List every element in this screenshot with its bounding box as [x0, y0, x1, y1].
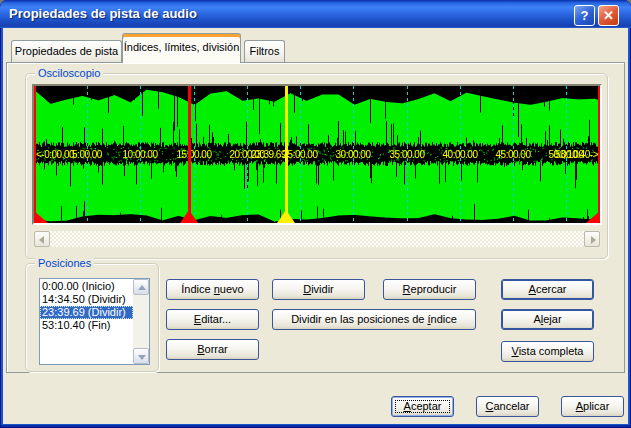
position-marker-line[interactable] [188, 86, 191, 223]
time-scale-label: 53:10.40-> [555, 149, 598, 160]
time-scale-label: 30:00.00 [336, 149, 371, 160]
new-index-button[interactable]: Índice nuevo [166, 279, 259, 300]
position-marker-flag[interactable] [34, 211, 48, 223]
listbox-scrollbar[interactable] [133, 279, 149, 364]
tab-filters[interactable]: Filtros [244, 40, 285, 62]
position-marker-flag[interactable] [277, 210, 295, 223]
play-button[interactable]: Reproducir [383, 279, 476, 300]
divide-button[interactable]: Dividir [272, 279, 365, 300]
scrollbar-track[interactable] [50, 231, 584, 247]
ok-button[interactable]: Aceptar [391, 396, 454, 417]
scroll-left-button[interactable] [34, 231, 50, 247]
position-marker-line[interactable] [598, 86, 600, 223]
arrow-left-icon [39, 236, 44, 244]
positions-list[interactable]: 0:00.00 (Inicio)14:34.50 (Dividir)23:39.… [40, 279, 133, 364]
arrow-down-icon [138, 355, 146, 360]
position-list-item[interactable]: 14:34.50 (Dividir) [40, 293, 133, 306]
position-marker-flag[interactable] [180, 210, 198, 223]
close-icon: ✕ [603, 8, 614, 23]
position-list-item[interactable]: 23:39.69 (Dividir) [40, 306, 133, 319]
full-view-button[interactable]: Vista completa [501, 341, 594, 362]
tab-indexes-limits-division[interactable]: Índices, límites, división [122, 33, 241, 63]
time-scale-label: 15:00.00 [177, 149, 212, 160]
close-button[interactable]: ✕ [598, 5, 619, 26]
time-scale-label: 23:39.69 [251, 149, 286, 160]
oscilloscope-panel[interactable]: <-0:00.005:00.0010:00.0015:00.0020:00.00… [32, 84, 602, 225]
audio-track-properties-dialog: Propiedades de pista de audio ? ✕ Propie… [0, 0, 631, 428]
tab-track-properties[interactable]: Propiedades de pista [11, 40, 122, 62]
time-scale-label: 5:00.00 [72, 149, 102, 160]
help-button[interactable]: ? [574, 5, 595, 26]
time-scale-label: 40:00.00 [443, 149, 478, 160]
help-icon: ? [581, 8, 589, 23]
tab-page: Osciloscopio <-0:00.005:00.0010:00.0015:… [6, 62, 625, 373]
cancel-button[interactable]: Cancelar [476, 396, 539, 417]
dialog-body: Propiedades de pista Índices, límites, d… [3, 28, 628, 424]
positions-listbox[interactable]: 0:00.00 (Inicio)14:34.50 (Dividir)23:39.… [39, 278, 150, 365]
apply-button[interactable]: Aplicar [561, 396, 624, 417]
zoom-in-button[interactable]: Acercar [501, 279, 594, 300]
scroll-down-button[interactable] [133, 348, 149, 364]
waveform-scrollbar[interactable] [34, 231, 600, 247]
scroll-right-button[interactable] [584, 231, 600, 247]
position-list-item[interactable]: 0:00.00 (Inicio) [40, 280, 133, 293]
edit-button[interactable]: Editar... [166, 309, 259, 330]
zoom-out-button[interactable]: Alejar [501, 309, 594, 330]
scroll-up-button[interactable] [133, 279, 149, 295]
time-scale-label: <-0:00.00 [36, 149, 74, 160]
arrow-up-icon [138, 285, 146, 290]
time-scale-label: 10:00.00 [123, 149, 158, 160]
window-title: Propiedades de pista de audio [9, 6, 197, 21]
divide-at-indexes-button[interactable]: Dividir en las posiciones de índice [272, 309, 476, 330]
time-scale-label: 35:00.00 [390, 149, 425, 160]
position-list-item[interactable]: 53:10.40 (Fin) [40, 319, 133, 332]
position-marker-line[interactable] [285, 86, 288, 223]
titlebar[interactable]: Propiedades de pista de audio ? ✕ [0, 0, 631, 28]
position-marker-flag[interactable] [586, 211, 600, 223]
positions-group-label: Posiciones [35, 257, 94, 270]
oscilloscope-group-label: Osciloscopio [35, 67, 103, 80]
time-scale-label: 45:00.00 [496, 149, 531, 160]
arrow-right-icon [591, 236, 596, 244]
delete-button[interactable]: Borrar [166, 339, 259, 360]
position-marker-line[interactable] [34, 86, 36, 223]
waveform-display[interactable]: <-0:00.005:00.0010:00.0015:00.0020:00.00… [34, 86, 600, 223]
